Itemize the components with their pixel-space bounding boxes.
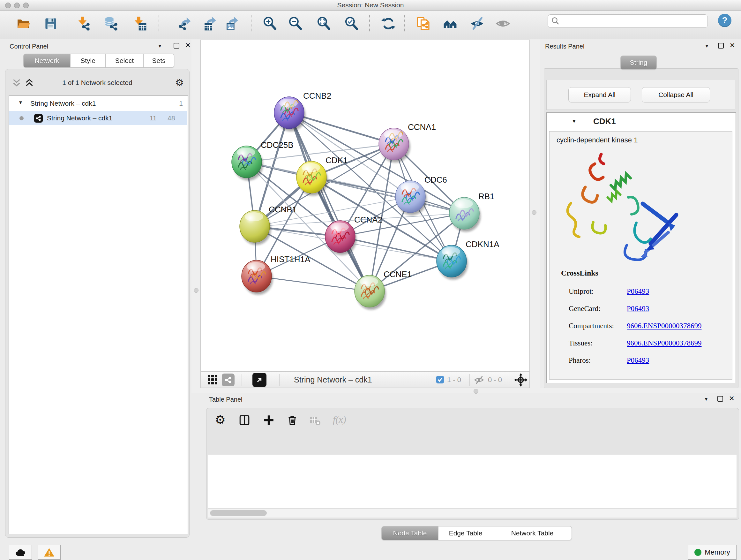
export-table-button[interactable] bbox=[203, 16, 218, 31]
welcome-screen-button[interactable] bbox=[443, 16, 458, 31]
import-network-file-button[interactable] bbox=[76, 16, 91, 31]
add-column-plus-icon[interactable] bbox=[263, 414, 275, 426]
network-node-CDC6[interactable]: CDC6 bbox=[395, 175, 447, 215]
results-panel: Results Panel ▼ ✕ String Expand All Coll… bbox=[540, 40, 741, 388]
network-canvas[interactable]: CCNB2CCNA1CDC25BCDK1CDC6RB1CCNB1CCNA2CDK… bbox=[200, 40, 530, 371]
import-network-database-button[interactable] bbox=[104, 16, 118, 31]
birdseye-grid-icon[interactable] bbox=[208, 375, 217, 384]
results-panel-title: Results Panel bbox=[545, 43, 584, 50]
network-view-type-icon[interactable] bbox=[222, 374, 234, 386]
crosslink-link[interactable]: P06493 bbox=[627, 305, 649, 313]
zoom-fit-button[interactable] bbox=[317, 16, 331, 31]
selected-count-checkbox-icon[interactable] bbox=[436, 376, 444, 383]
results-panel-close-button[interactable]: ✕ bbox=[730, 43, 735, 48]
tab-sets[interactable]: Sets bbox=[144, 54, 174, 68]
zoom-out-button[interactable] bbox=[288, 16, 303, 31]
table-hscrollbar-thumb[interactable] bbox=[210, 510, 267, 516]
left-splitter-handle[interactable] bbox=[194, 288, 199, 293]
table-panel-close-button[interactable]: ✕ bbox=[729, 395, 735, 401]
refresh-button[interactable] bbox=[381, 16, 396, 31]
tab-select[interactable]: Select bbox=[106, 54, 144, 68]
table-panel-menu-button[interactable]: ▼ bbox=[704, 396, 709, 401]
memory-button[interactable]: Memory bbox=[688, 545, 737, 560]
search-input[interactable] bbox=[562, 16, 705, 26]
network-node-RB1[interactable]: RB1 bbox=[449, 192, 495, 232]
network-edge-CCNA2-CDKN1A[interactable] bbox=[340, 237, 452, 261]
network-row-selected[interactable]: String Network – cdk1 11 48 bbox=[9, 111, 187, 125]
control-panel-float-button[interactable] bbox=[174, 43, 179, 49]
control-panel-menu-button[interactable]: ▼ bbox=[158, 44, 162, 49]
control-panel-close-button[interactable]: ✕ bbox=[185, 43, 191, 48]
network-graph: CCNB2CCNA1CDC25BCDK1CDC6RB1CCNB1CCNA2CDK… bbox=[201, 40, 529, 371]
left-splitter[interactable] bbox=[192, 40, 200, 388]
network-collection-row[interactable]: ▼ String Network – cdk1 1 bbox=[9, 97, 187, 111]
warnings-button[interactable] bbox=[38, 545, 61, 560]
results-panel-float-button[interactable] bbox=[718, 43, 724, 49]
crosslink-link[interactable]: 9606.ENSP00000378699 bbox=[627, 339, 702, 348]
table-hscrollbar bbox=[208, 508, 737, 517]
network-view-toolbar: String Network – cdk1 1 - 0 0 - 0 bbox=[200, 371, 530, 388]
expand-all-button[interactable]: Expand All bbox=[568, 87, 631, 103]
import-table-button[interactable] bbox=[132, 16, 147, 31]
hide-selected-button[interactable] bbox=[470, 16, 484, 31]
horizontal-splitter[interactable] bbox=[192, 388, 741, 393]
delete-column-trash-icon[interactable] bbox=[286, 414, 298, 426]
hidden-count-eye-icon[interactable] bbox=[473, 375, 485, 385]
cloud-status-button[interactable] bbox=[9, 545, 32, 560]
show-columns-icon[interactable] bbox=[239, 414, 251, 426]
new-network-from-selection-button[interactable] bbox=[416, 16, 430, 31]
crosslink-link[interactable]: 9606.ENSP00000378699 bbox=[627, 322, 702, 330]
crosslink-label: Pharos: bbox=[569, 356, 627, 365]
network-edge-CCNB2-CCNE1[interactable] bbox=[289, 113, 369, 291]
gene-entry-collapse-arrow-icon[interactable]: ▼ bbox=[571, 118, 577, 124]
network-node-CCNB1[interactable]: CCNB1 bbox=[240, 205, 297, 245]
tab-node-table[interactable]: Node Table bbox=[381, 526, 439, 540]
network-label: String Network – cdk1 bbox=[47, 114, 112, 122]
pan-crosshair-icon[interactable] bbox=[514, 373, 528, 387]
viewbar-separator bbox=[242, 374, 242, 386]
zoom-in-button[interactable] bbox=[263, 16, 277, 31]
houses-icon bbox=[443, 16, 458, 31]
show-all-button[interactable] bbox=[495, 16, 510, 31]
tab-network-table[interactable]: Network Table bbox=[493, 526, 572, 540]
window-title: Session: New Session bbox=[0, 0, 741, 10]
results-panel-menu-button[interactable]: ▼ bbox=[704, 44, 709, 49]
export-image-button[interactable] bbox=[225, 16, 240, 31]
zoom-selected-button[interactable] bbox=[344, 16, 359, 31]
horizontal-splitter-handle[interactable] bbox=[474, 389, 478, 394]
tab-edge-table[interactable]: Edge Table bbox=[439, 526, 493, 540]
network-node-HIST1H1A[interactable]: HIST1H1A bbox=[242, 254, 311, 295]
import-network-icon bbox=[76, 16, 91, 31]
network-options-gear-icon[interactable]: ⚙ bbox=[175, 77, 184, 88]
export-image-icon bbox=[225, 16, 240, 31]
detach-view-button[interactable] bbox=[253, 373, 266, 387]
results-buttons-bar: Expand All Collapse All bbox=[546, 80, 735, 110]
table-settings-gear-icon[interactable]: ⚙ bbox=[215, 413, 226, 427]
tab-network[interactable]: Network bbox=[23, 54, 71, 68]
network-edge-HIST1H1A-CCNE1[interactable] bbox=[257, 276, 369, 291]
collapse-all-button[interactable]: Collapse All bbox=[642, 87, 710, 103]
crosslinks-list: Uniprot:P06493GeneCard:P06493Compartment… bbox=[569, 283, 728, 369]
export-network-button[interactable] bbox=[178, 16, 193, 31]
save-session-button[interactable] bbox=[44, 16, 58, 31]
network-node-label: CCNA1 bbox=[408, 122, 436, 132]
function-builder-button-disabled: f(x) bbox=[333, 414, 346, 425]
table-body-empty bbox=[208, 455, 737, 508]
crosslink-row: GeneCard:P06493 bbox=[569, 300, 728, 317]
export-table-icon bbox=[203, 16, 218, 31]
right-splitter-handle[interactable] bbox=[532, 210, 536, 215]
crosslink-link[interactable]: P06493 bbox=[627, 287, 649, 296]
open-session-button[interactable] bbox=[16, 16, 30, 31]
collection-expand-arrow-icon[interactable]: ▼ bbox=[18, 100, 23, 105]
tab-string[interactable]: String bbox=[620, 56, 657, 70]
network-node-label: CDC25B bbox=[261, 140, 293, 150]
help-button[interactable]: ? bbox=[718, 14, 731, 27]
hide-eye-icon bbox=[470, 16, 484, 31]
main-toolbar: ? bbox=[0, 10, 741, 39]
collection-count: 1 bbox=[179, 100, 183, 107]
network-node-CDKN1A[interactable]: CDKN1A bbox=[436, 240, 499, 280]
crosslink-label: GeneCard: bbox=[569, 305, 627, 313]
table-panel-float-button[interactable] bbox=[718, 396, 723, 401]
tab-style[interactable]: Style bbox=[71, 54, 106, 68]
crosslink-link[interactable]: P06493 bbox=[627, 356, 649, 365]
